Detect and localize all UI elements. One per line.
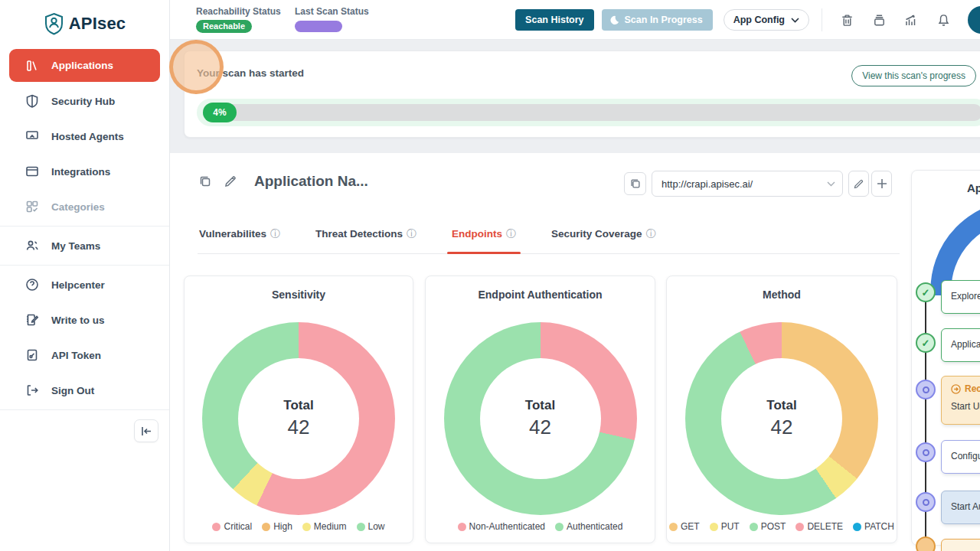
sidebar-item-hosted-agents[interactable]: Hosted Agents [0,119,169,154]
legend-dot [212,523,220,531]
tab-vulnerabilites[interactable]: Vulnerabilitesⓘ [198,223,282,253]
sidebar-item-label: Integrations [51,166,110,178]
legend-item-get[interactable]: GET [669,521,700,532]
tab-bar: Vulnerabilitesⓘ Threat Detectionsⓘ Endpo… [198,223,900,254]
copy-url-button[interactable] [624,172,646,195]
sidebar-collapse-button[interactable] [134,419,158,442]
legend-item-critical[interactable]: Critical [212,521,252,532]
tab-endpoints[interactable]: Endpointsⓘ [450,223,518,253]
step-done-icon: ✓ [916,282,936,302]
sidebar-item-label: My Teams [51,240,100,252]
legend-dot [357,523,365,531]
delete-icon[interactable] [838,11,855,28]
copy-icon[interactable] [198,174,212,189]
step-target-icon [916,442,936,462]
onboarding-step-configure[interactable]: Configure [941,440,980,474]
edit-url-button[interactable] [848,171,869,197]
plus-icon [877,178,887,189]
chevron-down-icon [791,18,799,23]
sidebar-footer [0,412,169,450]
donut-center: Total 42 [721,358,842,479]
legend-dot [302,523,311,531]
edit-title-icon[interactable] [223,174,237,189]
legend-item-patch[interactable]: PATCH [853,521,894,532]
chart-title: Method [667,289,897,301]
add-url-button[interactable] [871,171,892,197]
onboarding-step-explore[interactable]: Explore y [941,280,980,314]
info-icon[interactable]: ⓘ [646,228,656,241]
sidebar-item-my-teams[interactable]: My Teams [0,228,169,263]
moon-spinner-icon [609,15,619,25]
notifications-bell-icon[interactable] [935,11,952,28]
tab-threat-detections[interactable]: Threat Detectionsⓘ [314,223,418,253]
apisec-dashboard: APIsec Applications Security Hub Hosted … [0,0,980,551]
sidebar-item-label: API Token [51,350,101,361]
sidebar-item-integrations[interactable]: Integrations [0,154,169,189]
legend-item-delete[interactable]: DELETE [795,521,843,532]
last-scan-status: Last Scan Status [295,6,369,35]
view-scan-progress-button[interactable]: View this scan's progress [851,65,976,86]
main-content: Application Na... http://crapi.apisec.ai… [170,153,980,551]
user-avatar[interactable] [968,6,980,34]
reachability-status-badge: Reachable [196,20,252,33]
topbar-actions: Scan History Scan In Progress App Config [515,0,980,40]
legend-item-post[interactable]: POST [750,521,786,532]
onboarding-step-partial[interactable] [941,539,980,551]
onboarding-step-recommended[interactable]: Reco Start Una [941,376,980,425]
scan-banner-message: Your scan has started [197,67,304,79]
applications-icon [24,58,39,73]
tab-security-coverage[interactable]: Security Coverageⓘ [550,223,658,253]
apisec-logo[interactable]: APIsec [0,0,169,47]
sidebar-item-write-to-us[interactable]: Write to us [0,302,169,337]
reachability-status: Reachability Status Reachable [196,6,281,33]
legend-item-non-authenticated[interactable]: Non-Authenticated [458,521,545,532]
reachability-status-label: Reachability Status [196,6,281,17]
apisec-shield-logo-icon [44,12,64,35]
sidebar-item-categories[interactable]: Categories [0,189,169,224]
sidebar-divider [0,226,169,227]
legend-item-put[interactable]: PUT [710,521,740,532]
legend-item-high[interactable]: High [262,521,292,532]
sidebar-item-sign-out[interactable]: Sign Out [0,373,169,408]
sensitivity-card: Sensitivity Total 42 CriticalHighMediumL… [184,276,413,543]
sidebar-item-label: Security Hub [51,96,115,107]
analytics-icon[interactable] [903,11,920,28]
donut-total-value: 42 [288,416,310,439]
endpoint-authentication-donut-chart[interactable]: Total 42 [444,322,637,515]
sidebar-item-api-token[interactable]: API Token [0,337,169,373]
legend-item-authenticated[interactable]: Authenticated [555,521,622,532]
onboarding-panel-title: Ap [967,181,980,194]
step-next-icon [916,536,936,551]
topbar-divider [822,8,822,31]
legend-dot [795,523,804,531]
legend-item-low[interactable]: Low [357,521,385,532]
users-icon [24,239,39,253]
scan-in-progress-button[interactable]: Scan In Progress [602,9,713,31]
chevron-down-icon [827,181,835,187]
onboarding-step-application[interactable]: Applicatio [941,328,980,362]
legend-dot [458,523,466,531]
arrow-circle-icon [951,384,961,394]
url-select[interactable]: http://crapi.apisec.ai/ [652,171,843,197]
application-name-title: Application Na... [254,173,368,190]
info-icon[interactable]: ⓘ [270,228,280,241]
sidebar-item-helpcenter[interactable]: Helpcenter [0,267,169,302]
token-file-icon [24,348,39,363]
sidebar-nav: Applications Security Hub Hosted Agents … [0,47,169,450]
archive-icon[interactable] [871,11,887,28]
scan-history-button[interactable]: Scan History [515,9,593,31]
sensitivity-donut-chart[interactable]: Total 42 [202,322,395,515]
app-config-dropdown[interactable]: App Config [724,9,809,31]
sidebar-item-security-hub[interactable]: Security Hub [0,83,169,119]
url-select-value: http://crapi.apisec.ai/ [662,178,753,190]
legend-dot [555,523,564,531]
sidebar-item-applications[interactable]: Applications [9,49,160,82]
info-icon[interactable]: ⓘ [506,228,516,241]
method-donut-chart[interactable]: Total 42 [685,322,878,515]
legend-item-medium[interactable]: Medium [302,521,347,532]
info-icon[interactable]: ⓘ [407,228,416,241]
method-card: Method Total 42 GETPUTPOSTDELETEPATCH [666,276,897,543]
recommended-badge: Reco [951,383,980,394]
chart-title: Sensitivity [185,289,413,301]
onboarding-step-start-auth[interactable]: Start Auth [941,491,980,524]
